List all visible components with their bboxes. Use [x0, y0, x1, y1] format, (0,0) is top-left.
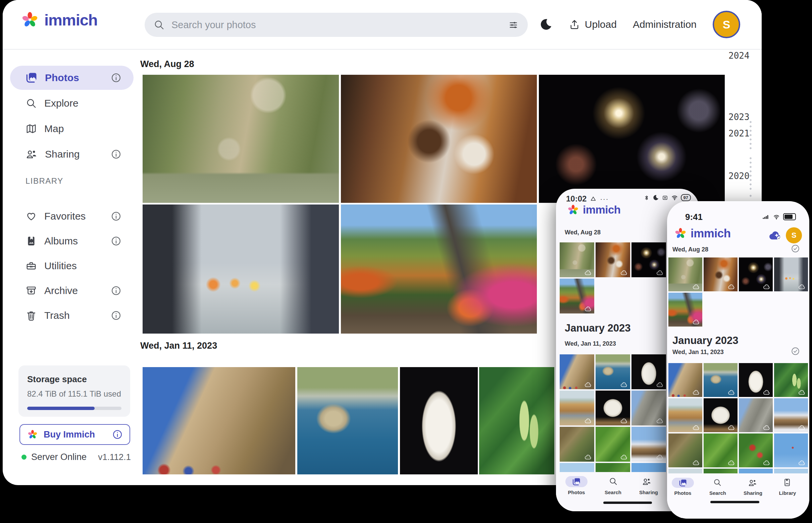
- search-filters-icon[interactable]: [508, 19, 519, 31]
- search-input[interactable]: Search your photos: [144, 13, 528, 37]
- thumb-fireworks[interactable]: [632, 242, 666, 277]
- thumb-moss-flowers[interactable]: [739, 433, 773, 467]
- thumb-lizard-moss[interactable]: [595, 427, 630, 462]
- nav-photos[interactable]: [565, 476, 588, 487]
- cloud-backup-icon: [584, 305, 592, 312]
- sidebar-item-favorites[interactable]: Favorites: [10, 204, 134, 228]
- upload-button[interactable]: Upload: [569, 19, 617, 30]
- info-icon[interactable]: [112, 429, 123, 440]
- nav-sharing[interactable]: [642, 477, 655, 487]
- sidebar-item-albums[interactable]: Albums: [10, 229, 134, 253]
- server-status-label: Server Online: [31, 452, 87, 462]
- data-saver-icon: [590, 196, 597, 202]
- ios-status-icons: [761, 213, 796, 220]
- scrubber-year[interactable]: 2023: [728, 112, 749, 122]
- thumb-ruins[interactable]: [632, 391, 666, 426]
- dnd-moon-icon: [653, 195, 659, 201]
- thumb-sky-bird[interactable]: [774, 433, 808, 467]
- photo-coastal-town[interactable]: [297, 367, 398, 474]
- nav-search[interactable]: [713, 478, 722, 487]
- photo-holding-hands[interactable]: [143, 204, 339, 333]
- scrubber-year[interactable]: 2021: [728, 128, 749, 139]
- buy-immich-button[interactable]: Buy Immich: [19, 424, 130, 445]
- thumb-snow-town[interactable]: [632, 427, 666, 462]
- thumb-ruins[interactable]: [739, 398, 773, 432]
- photo-fireworks[interactable]: [539, 75, 725, 203]
- scrubber-year[interactable]: 2020: [728, 171, 749, 181]
- sidebar-item-photos[interactable]: Photos: [10, 66, 134, 90]
- thumb-autumn[interactable]: [668, 293, 702, 327]
- date-group-header: Wed, Jan 11, 2023: [140, 341, 217, 351]
- nav-label: Sharing: [740, 490, 766, 496]
- thumb-beach-cliff[interactable]: [560, 391, 594, 426]
- user-avatar[interactable]: S: [786, 227, 802, 244]
- thumb-hands[interactable]: [774, 257, 808, 291]
- sidebar-item-sharing[interactable]: Sharing: [10, 142, 134, 166]
- thumb-fireworks[interactable]: [739, 257, 773, 291]
- info-icon[interactable]: [111, 236, 121, 247]
- thumb-autumn[interactable]: [560, 278, 594, 313]
- thumb-beach-cliff[interactable]: [668, 398, 702, 432]
- theme-toggle-icon[interactable]: [539, 18, 553, 31]
- photo-marble-bust[interactable]: [400, 367, 478, 474]
- sidebar-item-utilities[interactable]: Utilities: [10, 254, 134, 278]
- info-icon[interactable]: [111, 149, 121, 160]
- immich-flower-icon: [27, 429, 38, 440]
- thumb-monkeys[interactable]: [560, 242, 594, 277]
- cloud-backup-icon: [763, 283, 771, 290]
- thumb-fortress[interactable]: [668, 363, 702, 397]
- home-indicator: [603, 502, 652, 504]
- thumb-bust[interactable]: [632, 354, 666, 389]
- thumb-coastal[interactable]: [595, 354, 630, 389]
- status-time: 10:02: [566, 194, 587, 203]
- info-icon[interactable]: [111, 211, 121, 222]
- cloud-backup-icon: [763, 424, 771, 431]
- sidebar-item-label: Photos: [45, 72, 79, 84]
- nav-sharing[interactable]: [748, 478, 758, 487]
- info-icon[interactable]: [111, 285, 121, 296]
- nav-search[interactable]: [606, 477, 620, 487]
- user-avatar[interactable]: S: [713, 11, 740, 38]
- select-all-check-icon[interactable]: [791, 347, 800, 356]
- date-group-header: Wed, Jan 11, 2023: [565, 340, 616, 347]
- thumb-monkeys[interactable]: [668, 257, 702, 291]
- cloud-backup-icon: [763, 389, 771, 395]
- app-logo[interactable]: immich: [20, 10, 98, 30]
- select-all-check-icon[interactable]: [791, 244, 800, 253]
- thumb-fortress[interactable]: [560, 354, 594, 389]
- photos-icon: [25, 72, 38, 84]
- thumb-stone-bust[interactable]: [704, 398, 738, 432]
- thumb-dinner[interactable]: [595, 242, 630, 277]
- sidebar-item-archive[interactable]: Archive: [10, 278, 134, 303]
- photo-autumn-path[interactable]: [341, 204, 537, 333]
- info-icon[interactable]: [111, 310, 121, 321]
- scrubber-year[interactable]: 2024: [728, 51, 749, 61]
- sidebar-item-trash[interactable]: Trash: [10, 303, 134, 327]
- thumb-winter-village[interactable]: [774, 398, 808, 432]
- photo-green-berries[interactable]: [479, 367, 554, 474]
- thumb-lizard-moss[interactable]: [704, 433, 738, 467]
- thumb-lizard[interactable]: [560, 427, 594, 462]
- nav-label: Photos: [565, 489, 588, 495]
- sidebar-item-explore[interactable]: Explore: [10, 91, 134, 115]
- nav-photos[interactable]: [672, 478, 694, 488]
- administration-link[interactable]: Administration: [633, 19, 696, 30]
- cellular-signal-icon: [761, 214, 770, 220]
- thumb-stone-bust[interactable]: [595, 391, 630, 426]
- thumb-bust[interactable]: [739, 363, 773, 397]
- info-icon[interactable]: [111, 72, 121, 83]
- photo-monkeys-jungle[interactable]: [143, 75, 339, 203]
- backup-sync-icon[interactable]: [768, 229, 783, 241]
- photo-dinner-table[interactable]: [341, 75, 537, 203]
- sidebar-item-map[interactable]: Map: [10, 117, 134, 141]
- cloud-backup-icon: [584, 381, 592, 387]
- status-time: 9:41: [685, 212, 703, 222]
- nav-library[interactable]: [783, 478, 792, 487]
- upload-icon: [569, 19, 580, 30]
- thumb-berries[interactable]: [774, 363, 808, 397]
- photo-fortress-wall[interactable]: [143, 367, 295, 474]
- cloud-backup-icon: [727, 459, 736, 466]
- thumb-dinner[interactable]: [704, 257, 738, 291]
- thumb-coastal[interactable]: [704, 363, 738, 397]
- thumb-lizard[interactable]: [668, 433, 702, 467]
